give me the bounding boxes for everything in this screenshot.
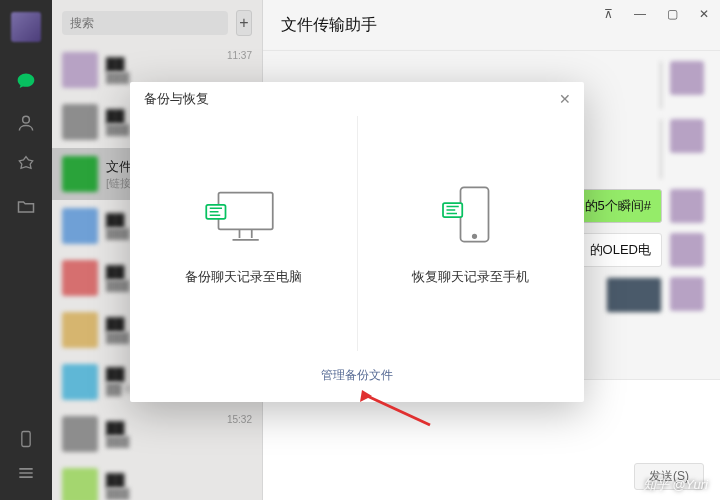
page-title: 文件传输助手 (281, 15, 377, 36)
backup-to-pc-option[interactable]: 备份聊天记录至电脑 (130, 116, 358, 351)
contacts-icon[interactable] (15, 112, 37, 134)
watermark: 知乎 @Yuri (643, 476, 708, 494)
favorites-icon[interactable] (15, 154, 37, 176)
backup-label: 备份聊天记录至电脑 (185, 268, 302, 286)
close-button[interactable]: ✕ (688, 0, 720, 28)
message-bubble: 的OLED电 (579, 233, 662, 267)
chat-list-item[interactable]: █████ (52, 460, 262, 500)
phone-icon[interactable] (15, 428, 37, 450)
message-bubble: 的5个瞬间# (574, 189, 662, 223)
new-chat-button[interactable]: + (236, 10, 252, 36)
minimize-button[interactable]: — (624, 0, 656, 28)
svg-point-0 (23, 116, 30, 123)
nav-rail (0, 0, 52, 500)
menu-icon[interactable] (15, 462, 37, 484)
backup-restore-modal: 备份与恢复 ✕ 备份聊天记录至电脑 恢复聊天记 (130, 82, 584, 402)
restore-label: 恢复聊天记录至手机 (412, 268, 529, 286)
svg-point-5 (473, 234, 477, 238)
search-input[interactable] (62, 11, 228, 35)
svg-rect-4 (460, 187, 488, 241)
modal-close-icon[interactable]: ✕ (556, 90, 574, 108)
chat-icon[interactable] (15, 70, 37, 92)
restore-to-phone-option[interactable]: 恢复聊天记录至手机 (358, 116, 585, 351)
maximize-button[interactable]: ▢ (656, 0, 688, 28)
svg-rect-1 (22, 432, 30, 447)
chat-list-item[interactable]: █████15:32 (52, 408, 262, 460)
svg-rect-2 (219, 192, 273, 229)
modal-title: 备份与恢复 (144, 90, 209, 108)
files-icon[interactable] (15, 196, 37, 218)
avatar[interactable] (11, 12, 41, 42)
pin-button[interactable]: ⊼ (592, 0, 624, 28)
manage-backup-link[interactable]: 管理备份文件 (321, 368, 393, 382)
